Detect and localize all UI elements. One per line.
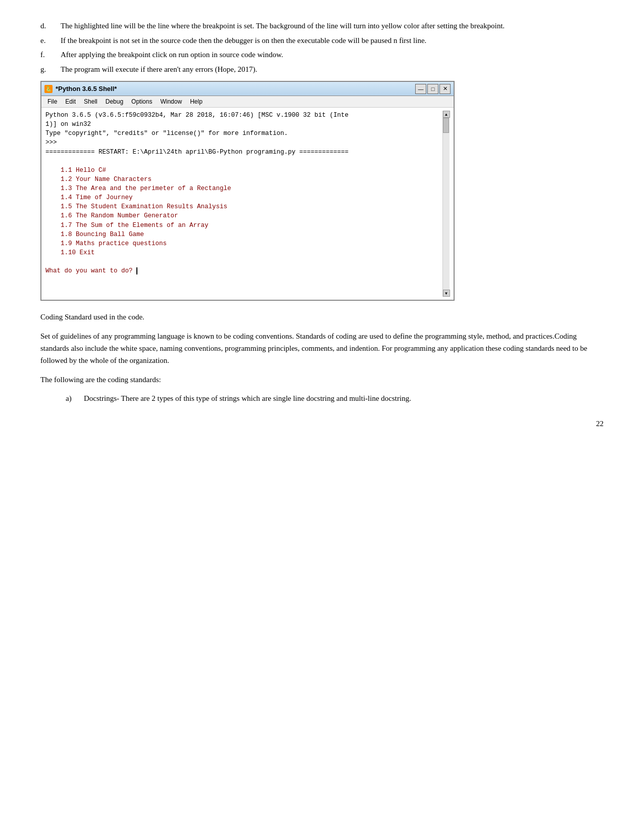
page-number-text: 22 bbox=[596, 420, 604, 428]
coding-standard-heading-text: Coding Standard used in the code. bbox=[40, 313, 144, 321]
python-shell-window[interactable]: 🐍 *Python 3.6.5 Shell* — □ ✕ File Edit S… bbox=[40, 81, 455, 301]
shell-line-1: Python 3.6.5 (v3.6.5:f59c0932b4, Mar 28 … bbox=[45, 112, 349, 119]
sub-list-label-a: a) bbox=[66, 393, 84, 404]
shell-window-controls[interactable]: — □ ✕ bbox=[415, 84, 451, 94]
menu-options[interactable]: Options bbox=[127, 97, 156, 106]
shell-menu-6: 1.6 The Random Number Generator bbox=[45, 212, 178, 219]
list-content-d: The highlighted line will be the line wh… bbox=[61, 20, 604, 32]
shell-scrollbar[interactable]: ▲ ▼ bbox=[442, 111, 450, 297]
menu-edit[interactable]: Edit bbox=[61, 97, 80, 106]
list-content-g: The program will execute if there aren't… bbox=[61, 64, 604, 75]
menu-help[interactable]: Help bbox=[186, 97, 207, 106]
page-number: 22 bbox=[40, 420, 604, 428]
following-text: The following are the coding standards: bbox=[40, 374, 604, 386]
shell-line-3: Type "copyright", "credits" or "license(… bbox=[45, 130, 288, 137]
shell-title-text: *Python 3.6.5 Shell* bbox=[56, 85, 117, 92]
coding-standard-heading: Coding Standard used in the code. bbox=[40, 311, 604, 323]
shell-title-section: 🐍 *Python 3.6.5 Shell* bbox=[44, 85, 117, 93]
list-item-e: e. If the breakpoint is not set in the s… bbox=[40, 35, 604, 47]
coding-standards-list: a) Docstrings- There are 2 types of this… bbox=[66, 393, 604, 404]
shell-menu-3: 1.3 The Area and the perimeter of a Rect… bbox=[45, 185, 231, 192]
shell-content-area: Python 3.6.5 (v3.6.5:f59c0932b4, Mar 28 … bbox=[45, 111, 442, 297]
coding-standard-body: Set of guidelines of any programming lan… bbox=[40, 330, 604, 366]
list-section: d. The highlighted line will be the line… bbox=[40, 20, 604, 75]
menu-window[interactable]: Window bbox=[156, 97, 186, 106]
sub-list-content-a: Docstrings- There are 2 types of this ty… bbox=[84, 393, 604, 404]
menu-debug[interactable]: Debug bbox=[102, 97, 127, 106]
minimize-button[interactable]: — bbox=[415, 84, 426, 94]
shell-menu-9: 1.9 Maths practice questions bbox=[45, 240, 167, 247]
following-text-content: The following are the coding standards: bbox=[40, 376, 161, 384]
shell-menubar[interactable]: File Edit Shell Debug Options Window Hel… bbox=[41, 96, 454, 108]
shell-titlebar: 🐍 *Python 3.6.5 Shell* — □ ✕ bbox=[41, 82, 454, 96]
list-item-d: d. The highlighted line will be the line… bbox=[40, 20, 604, 32]
list-item-g: g. The program will execute if there are… bbox=[40, 64, 604, 75]
shell-menu-10: 1.10 Exit bbox=[45, 249, 95, 256]
list-content-e: If the breakpoint is not set in the sour… bbox=[61, 35, 604, 47]
list-item-f: f. After applying the breakpoint click o… bbox=[40, 49, 604, 61]
shell-line-5: ============= RESTART: E:\April\24th apr… bbox=[45, 149, 349, 156]
sub-list-item-a: a) Docstrings- There are 2 types of this… bbox=[66, 393, 604, 404]
scrollbar-thumb[interactable] bbox=[443, 118, 449, 133]
close-button[interactable]: ✕ bbox=[439, 84, 451, 94]
shell-menu-8: 1.8 Bouncing Ball Game bbox=[45, 231, 144, 238]
shell-menu-7: 1.7 The Sum of the Elements of an Array bbox=[45, 222, 209, 229]
python-icon: 🐍 bbox=[44, 85, 53, 93]
list-label-f: f. bbox=[40, 49, 61, 61]
list-label-e: e. bbox=[40, 35, 61, 47]
scroll-up-arrow[interactable]: ▲ bbox=[443, 111, 450, 118]
maximize-button[interactable]: □ bbox=[427, 84, 438, 94]
shell-menu-4: 1.4 Time of Journey bbox=[45, 194, 133, 201]
scrollbar-track[interactable] bbox=[443, 118, 450, 290]
shell-body: Python 3.6.5 (v3.6.5:f59c0932b4, Mar 28 … bbox=[41, 108, 454, 300]
menu-shell[interactable]: Shell bbox=[80, 97, 102, 106]
list-label-d: d. bbox=[40, 20, 61, 32]
shell-menu-2: 1.2 Your Name Characters bbox=[45, 176, 152, 183]
shell-menu-1: 1.1 Hello C# bbox=[45, 167, 106, 174]
shell-line-4: >>> bbox=[45, 139, 57, 146]
shell-menu-5: 1.5 The Student Examination Results Anal… bbox=[45, 203, 227, 210]
list-label-g: g. bbox=[40, 64, 61, 75]
list-content-f: After applying the breakpoint click on r… bbox=[61, 49, 604, 61]
coding-standard-body-text: Set of guidelines of any programming lan… bbox=[40, 332, 587, 364]
shell-prompt: What do you want to do? bbox=[45, 267, 141, 274]
shell-line-2: 1)] on win32 bbox=[45, 121, 91, 128]
scroll-down-arrow[interactable]: ▼ bbox=[443, 290, 450, 297]
menu-file[interactable]: File bbox=[43, 97, 61, 106]
